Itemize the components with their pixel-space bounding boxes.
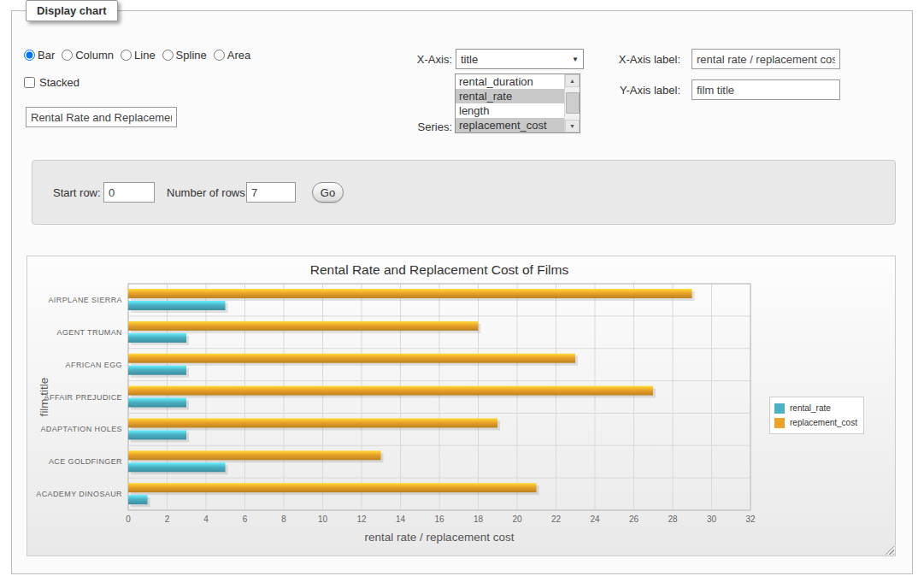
svg-text:film title: film title [38,378,50,417]
x-axis-select-label: X-Axis: [380,53,452,66]
svg-text:ACADEMY DINOSAUR: ACADEMY DINOSAUR [36,490,122,498]
svg-text:16: 16 [434,514,444,524]
series-scrollbar[interactable]: ▲ ▼ [564,74,580,132]
bar-chart: AIRPLANE SIERRAAGENT TRUMANAFRICAN EGGAF… [27,256,895,556]
chart-legend: rental_ratereplacement_cost [769,397,864,434]
series-option-length[interactable]: length [456,103,564,118]
stacked-checkbox-row[interactable]: Stacked [24,76,79,89]
svg-text:4: 4 [203,514,209,524]
y-axis-label-label: Y-Axis label: [603,84,680,97]
legend-item-replacement_cost: replacement_cost [774,415,857,430]
series-option-replacement_cost[interactable]: replacement_cost [456,118,564,132]
legend-label: replacement_cost [790,418,857,427]
series-option-rental_rate[interactable]: rental_rate [456,89,564,103]
y-axis-label-input[interactable] [692,79,840,100]
svg-text:rental rate / replacement cost: rental rate / replacement cost [365,531,515,544]
svg-text:20: 20 [512,514,522,524]
start-row-label: Start row: [53,186,101,199]
x-axis-select[interactable]: title ▼ [456,49,584,69]
legend-item-rental_rate: rental_rate [774,401,857,415]
radio-label: Line [134,49,156,62]
svg-text:2: 2 [165,514,170,524]
chart-type-radio-group: BarColumnLineSplineArea [24,49,257,62]
svg-text:ADAPTATION HOLES: ADAPTATION HOLES [40,425,122,433]
svg-text:28: 28 [668,514,678,524]
scroll-up-icon[interactable]: ▲ [565,74,580,87]
svg-text:AIRPLANE SIERRA: AIRPLANE SIERRA [48,296,122,304]
svg-text:AFRICAN EGG: AFRICAN EGG [66,361,122,369]
radio-label: Bar [38,49,55,62]
radio-line[interactable] [121,50,132,61]
series-multiselect[interactable]: rental_durationrental_ratelengthreplacem… [455,73,580,133]
svg-text:10: 10 [318,514,328,524]
chart-title-input[interactable] [26,107,177,127]
svg-text:14: 14 [396,514,406,524]
svg-text:6: 6 [243,514,248,524]
svg-text:22: 22 [551,514,562,524]
svg-text:32: 32 [745,514,756,524]
radio-bar[interactable] [24,50,35,61]
svg-text:24: 24 [590,514,600,524]
legend-swatch [774,418,785,428]
chart-type-radio-area[interactable]: Area [214,49,250,62]
svg-text:AGENT TRUMAN: AGENT TRUMAN [57,328,122,337]
chart-container: AIRPLANE SIERRAAGENT TRUMANAFRICAN EGGAF… [26,256,896,556]
scroll-down-icon[interactable]: ▼ [565,120,580,132]
start-row-input[interactable] [103,182,155,203]
radio-label: Column [75,49,114,62]
svg-text:18: 18 [474,514,484,524]
radio-column[interactable] [62,50,73,61]
chart-type-radio-column[interactable]: Column [62,49,114,62]
chart-type-radio-line[interactable]: Line [121,49,156,62]
legend-swatch [774,403,785,414]
radio-label: Spline [176,49,207,62]
svg-text:AFFAIR PREJUDICE: AFFAIR PREJUDICE [44,393,122,402]
svg-text:12: 12 [356,514,367,524]
number-of-rows-label: Number of rows: [167,186,248,199]
radio-area[interactable] [214,50,225,61]
radio-label: Area [227,49,250,62]
series-option-rental_duration[interactable]: rental_duration [456,74,564,89]
legend-label: rental_rate [790,403,831,413]
x-axis-label-input[interactable] [692,49,840,69]
display-chart-panel: Display chart BarColumnLineSplineArea St… [11,10,913,574]
chart-type-radio-bar[interactable]: Bar [24,49,55,62]
rows-panel: Start row: Number of rows: Go [32,160,896,225]
svg-text:0: 0 [126,514,131,524]
chart-type-radio-spline[interactable]: Spline [162,49,207,62]
panel-title: Display chart [26,0,118,21]
x-axis-selected-value: title [461,53,478,66]
x-axis-label-label: X-Axis label: [603,53,680,66]
stacked-label: Stacked [39,76,79,89]
series-select-label: Series: [380,121,452,133]
svg-text:Rental Rate and Replacement Co: Rental Rate and Replacement Cost of Film… [310,262,569,277]
svg-text:26: 26 [629,514,639,524]
scrollbar-thumb[interactable] [566,92,580,114]
svg-text:ACE GOLDFINGER: ACE GOLDFINGER [49,457,122,466]
svg-text:30: 30 [707,514,717,524]
stacked-checkbox[interactable] [24,77,35,88]
number-of-rows-input[interactable] [246,182,296,203]
radio-spline[interactable] [162,50,174,61]
go-button[interactable]: Go [312,182,344,203]
dropdown-arrow-icon: ▼ [572,56,579,63]
series-options-list: rental_durationrental_ratelengthreplacem… [456,74,564,132]
svg-text:8: 8 [281,514,286,524]
